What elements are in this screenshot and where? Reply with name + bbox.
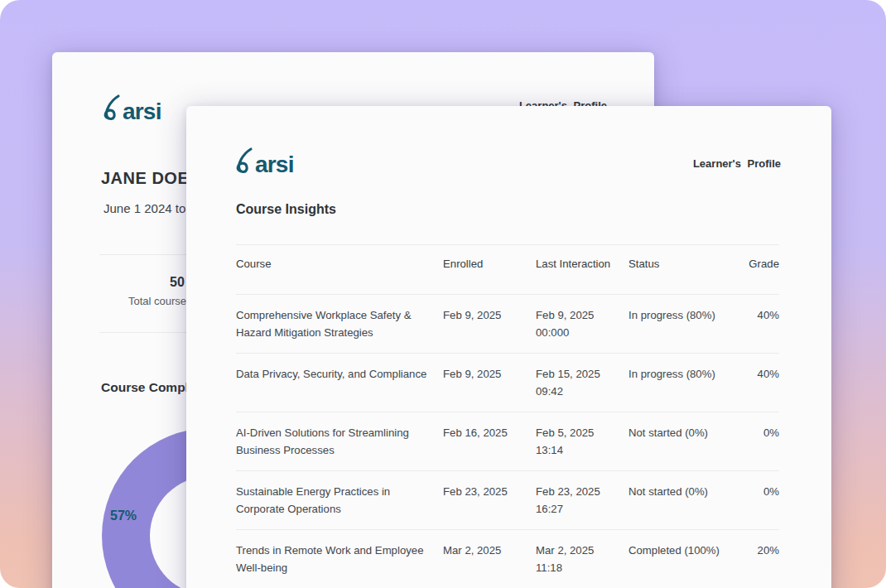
column-header-grade: Grade bbox=[740, 255, 779, 272]
table-row: Comprehensive Workplace Safety & Hazard … bbox=[236, 295, 779, 354]
last-interaction-date: Feb 5, 2025 bbox=[536, 424, 622, 441]
course-insights-title: Course Insights bbox=[236, 202, 336, 217]
table-row: Sustainable Energy Practices in Corporat… bbox=[236, 471, 779, 530]
varsi-logo-text: arsi bbox=[123, 100, 161, 123]
enrolled-cell: Feb 9, 2025 bbox=[443, 306, 536, 324]
donut-percentage-label: 57% bbox=[110, 508, 137, 523]
last-interaction-time: 00:000 bbox=[536, 324, 622, 341]
column-header-course: Course bbox=[236, 255, 443, 272]
course-completion-title: Course Compl bbox=[101, 380, 189, 395]
enrolled-cell: Feb 16, 2025 bbox=[443, 424, 536, 441]
status-cell: Not started (0%) bbox=[628, 424, 740, 441]
last-interaction-time: 13:14 bbox=[536, 441, 622, 459]
enrolled-cell: Feb 9, 2025 bbox=[443, 365, 536, 383]
grade-cell: 0% bbox=[740, 483, 779, 500]
last-interaction-date: Feb 15, 2025 bbox=[536, 365, 622, 383]
enrolled-cell: Feb 23, 2025 bbox=[443, 483, 536, 500]
status-cell: In progress (80%) bbox=[628, 365, 740, 383]
grade-cell: 0% bbox=[740, 424, 779, 441]
status-cell: In progress (80%) bbox=[628, 306, 740, 324]
course-cell: AI-Driven Solutions for Streamlining Bus… bbox=[236, 424, 443, 459]
last-interaction-time: 16:27 bbox=[536, 500, 622, 518]
total-courses-label: Total course bbox=[128, 295, 186, 307]
last-interaction-cell: Mar 2, 2025 11:18 bbox=[536, 542, 628, 576]
table-header-row: Course Enrolled Last Interaction Status … bbox=[236, 244, 779, 295]
course-cell: Sustainable Energy Practices in Corporat… bbox=[236, 483, 443, 518]
course-cell: Data Privacy, Security, and Compliance bbox=[236, 365, 443, 383]
course-cell: Trends in Remote Work and Employee Well-… bbox=[236, 542, 443, 576]
table-row: Trends in Remote Work and Employee Well-… bbox=[236, 530, 779, 588]
status-cell: Completed (100%) bbox=[628, 542, 740, 559]
last-interaction-time: 11:18 bbox=[536, 559, 622, 576]
course-insights-table: Course Enrolled Last Interaction Status … bbox=[236, 244, 779, 588]
last-interaction-date: Feb 23, 2025 bbox=[536, 483, 622, 500]
last-interaction-time: 09:42 bbox=[536, 383, 622, 400]
last-interaction-date: Feb 9, 2025 bbox=[536, 306, 622, 324]
varsi-logo-icon bbox=[234, 145, 254, 175]
table-row: Data Privacy, Security, and Compliance F… bbox=[236, 354, 779, 412]
grade-cell: 40% bbox=[740, 365, 779, 383]
column-header-status: Status bbox=[628, 255, 740, 272]
last-interaction-cell: Feb 15, 2025 09:42 bbox=[536, 365, 628, 400]
varsi-logo-text: arsi bbox=[255, 153, 294, 176]
status-cell: Not started (0%) bbox=[628, 483, 740, 500]
last-interaction-cell: Feb 9, 2025 00:000 bbox=[536, 306, 628, 341]
varsi-logo: arsi bbox=[102, 92, 161, 122]
last-interaction-date: Mar 2, 2025 bbox=[536, 542, 622, 559]
page-background: arsi Learner's Profile JANE DOE June 1 2… bbox=[0, 0, 886, 588]
last-interaction-cell: Feb 5, 2025 13:14 bbox=[536, 424, 628, 459]
front-page-header-label: Learner's Profile bbox=[693, 157, 781, 170]
table-row: AI-Driven Solutions for Streamlining Bus… bbox=[236, 412, 779, 471]
grade-cell: 40% bbox=[740, 306, 779, 324]
learner-name: JANE DOE bbox=[101, 169, 189, 188]
column-header-enrolled: Enrolled bbox=[443, 255, 536, 272]
enrolled-cell: Mar 2, 2025 bbox=[443, 542, 536, 559]
report-page-front: arsi Learner's Profile Course Insights C… bbox=[186, 106, 831, 588]
column-header-last-interaction: Last Interaction bbox=[536, 255, 628, 272]
grade-cell: 20% bbox=[740, 542, 779, 559]
report-date-range: June 1 2024 to bbox=[104, 201, 185, 215]
varsi-logo: arsi bbox=[234, 145, 294, 175]
varsi-logo-icon bbox=[102, 92, 122, 122]
course-cell: Comprehensive Workplace Safety & Hazard … bbox=[236, 306, 443, 341]
last-interaction-cell: Feb 23, 2025 16:27 bbox=[536, 483, 628, 518]
total-courses-value: 50 bbox=[170, 275, 185, 290]
